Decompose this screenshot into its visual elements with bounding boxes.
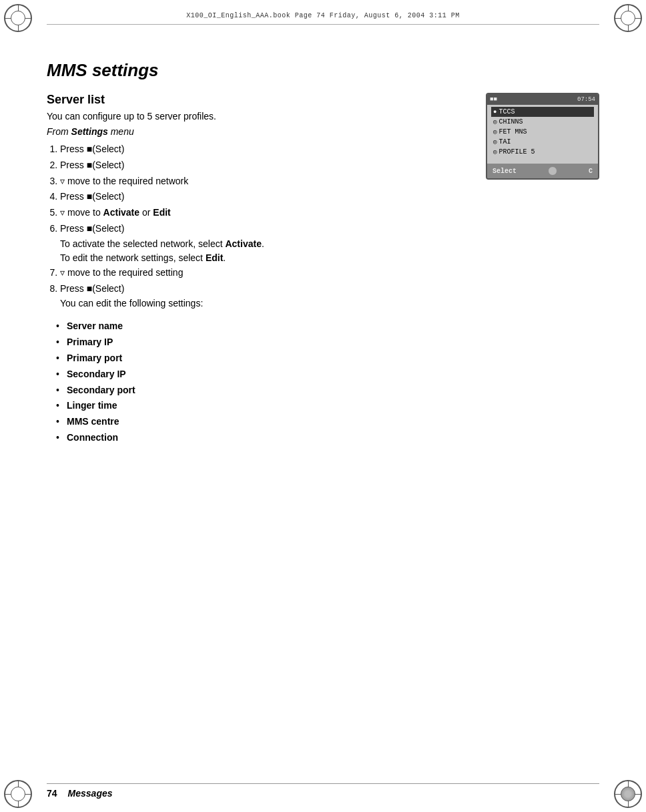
section-with-image: Server list You can configure up to 5 se… <box>47 93 599 311</box>
settings-bold: Settings <box>71 126 108 137</box>
bullet-4: ◎ <box>493 138 497 146</box>
phone-menu-item-5: ◎ PROFILE 5 <box>491 147 594 157</box>
step-3: ▿ move to the required network <box>60 174 472 190</box>
step-2: Press ■(Select) <box>60 158 472 174</box>
header-bar: X100_OI_English_AAA.book Page 74 Friday,… <box>47 9 599 21</box>
from-label: From <box>47 126 71 137</box>
menu-label-1: TCCS <box>499 108 515 116</box>
setting-primary-ip: Primary IP <box>67 335 599 351</box>
corner-decoration-br <box>614 780 642 808</box>
phone-menu-item-2: ◎ CHINNS <box>491 117 594 127</box>
header-divider <box>47 24 599 25</box>
intro-span: You can configure up to 5 server profile… <box>47 111 216 122</box>
header-text: X100_OI_English_AAA.book Page 74 Friday,… <box>186 12 460 19</box>
step-1: Press ■(Select) <box>60 142 472 158</box>
phone-signal-icon: ■■ <box>490 96 497 103</box>
phone-menu-item-3: ◎ FET MNS <box>491 127 594 137</box>
phone-time: 07:54 <box>577 96 595 103</box>
step-6: Press ■(Select) To activate the selected… <box>60 221 472 265</box>
footer: 74 Messages <box>47 783 599 799</box>
steps-list: Press ■(Select) Press ■(Select) ▿ move t… <box>60 142 472 311</box>
from-settings-line: From Settings menu <box>47 125 472 139</box>
center-button <box>548 166 557 176</box>
phone-screen: ■■ 07:54 ● TCCS ◎ CHINNS ◎ FET MNS <box>486 93 599 180</box>
setting-server-name: Server name <box>67 319 599 335</box>
phone-screen-image: ■■ 07:54 ● TCCS ◎ CHINNS ◎ FET MNS <box>486 93 599 180</box>
softkey-right: C <box>589 168 593 175</box>
bullet-2: ◎ <box>493 118 497 126</box>
corner-decoration-tl <box>4 4 32 32</box>
step-5: ▿ move to Activate or Edit <box>60 205 472 221</box>
corner-decoration-tr <box>614 4 642 32</box>
menu-label-4: TAI <box>499 138 511 146</box>
menu-label-3: FET MNS <box>499 128 527 136</box>
menu-label-2: CHINNS <box>499 118 523 126</box>
phone-menu-item-4: ◎ TAI <box>491 137 594 147</box>
menu-label-5: PROFILE 5 <box>499 148 535 156</box>
setting-primary-port: Primary port <box>67 351 599 367</box>
setting-mms-centre: MMS centre <box>67 414 599 430</box>
step-6-line1: To activate the selected network, select… <box>60 237 472 251</box>
step-8: Press ■(Select) You can edit the followi… <box>60 281 472 311</box>
section-text: Server list You can configure up to 5 se… <box>47 93 472 311</box>
step-6-line2: To edit the network settings, select Edi… <box>60 251 472 265</box>
intro-text: You can configure up to 5 server profile… <box>47 110 472 124</box>
menu-suffix: menu <box>108 126 134 137</box>
step-7: ▿ move to the required setting <box>60 265 472 281</box>
bullet-1: ● <box>493 109 497 116</box>
setting-connection: Connection <box>67 430 599 446</box>
corner-decoration-bl <box>4 780 32 808</box>
phone-menu-item-1: ● TCCS <box>491 107 594 117</box>
section-heading: Server list <box>47 93 472 107</box>
setting-secondary-ip: Secondary IP <box>67 367 599 383</box>
setting-secondary-port: Secondary port <box>67 383 599 399</box>
footer-page-number: 74 <box>47 788 57 799</box>
main-content: MMS settings Server list You can configu… <box>47 40 599 772</box>
phone-softkey-bar: Select C <box>487 164 598 178</box>
bullet-3: ◎ <box>493 128 497 136</box>
phone-menu: ● TCCS ◎ CHINNS ◎ FET MNS ◎ TAI <box>487 105 598 164</box>
step-8-extra: You can edit the following settings: <box>60 296 472 311</box>
setting-linger-time: Linger time <box>67 398 599 414</box>
page-title: MMS settings <box>47 60 599 81</box>
bullet-5: ◎ <box>493 148 497 156</box>
step-4: Press ■(Select) <box>60 189 472 205</box>
phone-status-bar: ■■ 07:54 <box>487 94 598 105</box>
settings-bullet-list: Server name Primary IP Primary port Seco… <box>67 319 599 445</box>
softkey-left: Select <box>493 168 517 175</box>
footer-section-label: Messages <box>68 788 113 799</box>
